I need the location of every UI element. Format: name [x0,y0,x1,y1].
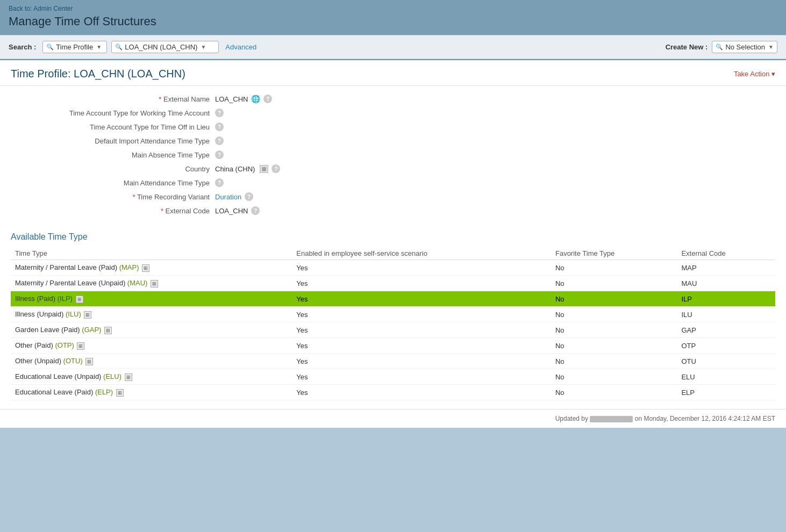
footer-prefix: Updated by [555,415,588,422]
back-link[interactable]: Back to: Admin Center [9,5,73,12]
time-recording-value: Duration [215,193,241,201]
table-row[interactable]: Educational Leave (Paid) (ELP) ⊞YesNoELP [11,385,775,400]
type-dropdown-value: Time Profile [56,43,93,51]
time-account-lieu-value: ? [215,123,224,131]
enabled-value: Yes [292,322,551,338]
page-title: Manage Time Off Structures [9,15,777,28]
country-value-group: China (CHN) ⊞ ? [215,164,280,173]
time-recording-label: Time Recording Variant [11,193,215,201]
favorite-value: No [551,369,677,385]
search-icon-new: 🔍 [716,44,723,51]
favorite-value: No [551,291,677,307]
grid-icon[interactable]: ⊞ [85,358,93,365]
create-new-label: Create New : [666,43,708,51]
external-name-row: External Name LOA_CHN 🌐 ? [11,95,775,103]
grid-icon[interactable]: ⊞ [116,389,124,397]
type-code: (ELP) [95,388,113,396]
table-row[interactable]: Educational Leave (Unpaid) (ELU) ⊞YesNoE… [11,369,775,385]
type-dropdown[interactable]: 🔍 Time Profile ▼ [42,41,107,53]
type-name: Other (Paid) [15,341,53,349]
col-favorite: Favorite Time Type [551,247,677,260]
type-dropdown-arrow: ▼ [96,44,102,50]
available-title: Available Time Type [11,229,775,242]
table-row[interactable]: Maternity / Parental Leave (Paid) (MAP) … [11,260,775,276]
no-selection-value: No Selection [725,43,765,51]
country-value: China (CHN) [215,165,255,173]
default-import-label: Default Import Attendance Time Type [11,137,215,145]
main-attendance-value: ? [215,178,224,187]
type-code: (MAP) [119,263,139,271]
help-icon-main-attendance[interactable]: ? [215,178,224,187]
value-dropdown-value: LOA_CHN (LOA_CHN) [125,43,197,51]
time-recording-row: Time Recording Variant Duration ? [11,192,775,201]
country-row: Country China (CHN) ⊞ ? [11,164,775,173]
grid-icon[interactable]: ⊞ [104,327,112,334]
enabled-value: Yes [292,338,551,354]
table-row[interactable]: Garden Leave (Paid) (GAP) ⊞YesNoGAP [11,322,775,338]
globe-icon[interactable]: 🌐 [251,95,260,103]
table-row[interactable]: Maternity / Parental Leave (Unpaid) (MAU… [11,276,775,291]
external-name-label: External Name [11,95,215,103]
type-code: (MAU) [127,279,148,287]
ext-code-value: MAU [677,276,775,291]
table-row[interactable]: Other (Unpaid) (OTU) ⊞YesNoOTU [11,354,775,369]
time-account-working-value: ? [215,109,224,117]
time-account-lieu-label: Time Account Type for Time Off in Lieu [11,123,215,131]
favorite-value: No [551,338,677,354]
no-selection-arrow: ▼ [768,44,774,50]
country-flag-icon[interactable]: ⊞ [260,165,268,173]
help-icon-external-code[interactable]: ? [251,206,260,215]
favorite-value: No [551,385,677,400]
grid-icon[interactable]: ⊞ [151,280,158,287]
help-icon-main-absence[interactable]: ? [215,150,224,159]
type-name: Educational Leave (Paid) [15,388,93,396]
value-dropdown[interactable]: 🔍 LOA_CHN (LOA_CHN) ▼ [111,41,219,53]
help-icon-lieu[interactable]: ? [215,123,224,131]
table-row[interactable]: Other (Paid) (OTP) ⊞YesNoOTP [11,338,775,354]
help-icon-country[interactable]: ? [271,164,280,173]
main-content: Time Profile: LOA_CHN (LOA_CHN) Take Act… [0,59,786,428]
main-absence-row: Main Absence Time Type ? [11,150,775,159]
ext-code-value: ELU [677,369,775,385]
favorite-value: No [551,354,677,369]
help-icon-default-import[interactable]: ? [215,136,224,145]
grid-icon[interactable]: ⊞ [84,311,91,319]
take-action-button[interactable]: Take Action ▾ [734,70,775,78]
main-absence-value: ? [215,150,224,159]
table-row[interactable]: Illness (Unpaid) (ILU) ⊞YesNoILU [11,307,775,322]
main-absence-label: Main Absence Time Type [11,151,215,159]
grid-icon[interactable]: ⊞ [142,264,149,272]
no-selection-dropdown[interactable]: 🔍 No Selection ▼ [712,41,777,53]
grid-icon[interactable]: ⊞ [125,373,132,381]
advanced-link[interactable]: Advanced [225,43,256,51]
grid-icon[interactable]: ⊞ [76,296,83,303]
type-code: (ILP) [58,294,73,303]
help-icon-time-recording[interactable]: ? [245,192,253,201]
external-code-row: External Code LOA_CHN ? [11,206,775,215]
enabled-value: Yes [292,307,551,322]
external-name-value-group: LOA_CHN 🌐 ? [215,95,272,103]
external-name-value: LOA_CHN [215,95,248,103]
country-label: Country [11,165,215,173]
col-ext-code: External Code [677,247,775,260]
time-recording-value-group: Duration ? [215,192,253,201]
help-icon-external-name[interactable]: ? [263,95,272,103]
default-import-row: Default Import Attendance Time Type ? [11,136,775,145]
favorite-value: No [551,260,677,276]
time-type-table: Time Type Enabled in employee self-servi… [11,247,775,400]
time-account-working-row: Time Account Type for Working Time Accou… [11,109,775,117]
enabled-value: Yes [292,385,551,400]
grid-icon[interactable]: ⊞ [77,342,84,350]
ext-code-value: ELP [677,385,775,400]
external-code-value: LOA_CHN [215,207,248,215]
footer-bar: Updated by on Monday, December 12, 2016 … [0,409,786,428]
help-icon-working[interactable]: ? [215,109,224,117]
default-import-value: ? [215,136,224,145]
search-icon-value: 🔍 [115,44,123,51]
ext-code-value: GAP [677,322,775,338]
type-code: (ILU) [66,310,81,318]
table-row[interactable]: Illness (Paid) (ILP) ⊞YesNoILP [11,291,775,307]
main-attendance-label: Main Attendance Time Type [11,179,215,187]
form-section: External Name LOA_CHN 🌐 ? Time Account T… [0,86,786,229]
type-name: Other (Unpaid) [15,357,61,365]
